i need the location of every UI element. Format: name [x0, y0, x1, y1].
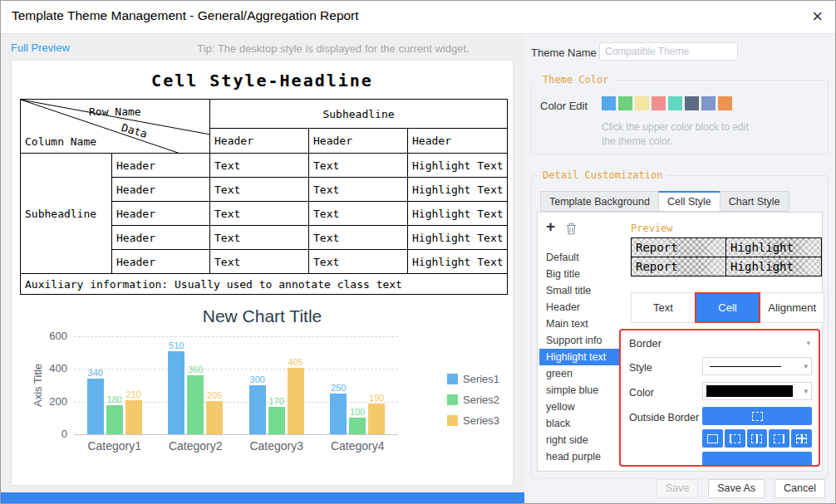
style-preview-cell: Report [632, 238, 726, 257]
preview-table-cell: Header [112, 154, 210, 178]
bar-value-label: 510 [169, 340, 184, 350]
theme-color-swatch-3[interactable] [635, 96, 649, 110]
cell-mode-button[interactable]: Cell [695, 292, 761, 323]
border-preset-middle-button[interactable] [747, 429, 768, 448]
x-category-label: Category3 [236, 439, 317, 453]
legend-swatch [447, 415, 458, 426]
theme-color-swatch-4[interactable] [652, 96, 666, 110]
style-preview-cell: Highlight [726, 238, 822, 257]
close-icon[interactable]: × [812, 5, 823, 28]
save-as-button[interactable]: Save As [708, 479, 765, 498]
widget-bottom-bar [1, 492, 524, 503]
delete-style-icon[interactable] [566, 223, 577, 238]
save-button[interactable]: Save [657, 479, 699, 498]
tab-template-background[interactable]: Template Background [540, 191, 658, 212]
theme-color-swatch-7[interactable] [701, 96, 716, 110]
color-edit-label: Color Edit [540, 100, 588, 112]
border-preset-left-button[interactable] [725, 429, 745, 448]
legend-item: Series2 [447, 394, 499, 406]
border-preset-outer-button[interactable] [702, 429, 723, 448]
border-style-select[interactable]: ▾ [702, 357, 812, 375]
x-category-label: Category4 [317, 439, 399, 453]
y-tick-label: 600 [36, 330, 67, 342]
gridline [74, 434, 398, 435]
legend-label: Series1 [463, 373, 499, 385]
bar-group: 250100190 [317, 383, 399, 434]
bar-value-label: 405 [288, 357, 303, 367]
bar-value-label: 190 [369, 393, 384, 403]
bar-value-label: 360 [188, 365, 203, 374]
theme-name-label: Theme Name [531, 46, 597, 59]
style-list-item-default[interactable]: Default [539, 249, 624, 266]
border-preset-row [702, 429, 812, 448]
add-style-icon[interactable]: + [546, 219, 555, 234]
bar-value-label: 210 [126, 389, 141, 399]
style-list-item-header[interactable]: Header [539, 299, 624, 316]
border-middle-icon [751, 434, 762, 443]
style-list-item-big-title[interactable]: Big title [539, 266, 624, 282]
border-color-select[interactable]: ▾ [702, 382, 812, 400]
preview-label: Preview [631, 223, 673, 234]
style-list-item-main-text[interactable]: Main text [539, 316, 624, 332]
preview-table-cell: Highlight Text [408, 250, 508, 274]
tab-bar: Template BackgroundCell StyleChart Style [540, 191, 789, 212]
style-preview-cell: Highlight [726, 257, 822, 276]
tab-cell-style[interactable]: Cell Style [658, 191, 720, 212]
legend-item: Series1 [447, 373, 499, 385]
bar-group: 510360205 [155, 340, 237, 434]
border-preset-partial-button[interactable] [702, 452, 812, 467]
preview-table-cell: Text [210, 226, 309, 250]
full-preview-link[interactable]: Full Preview [11, 42, 70, 54]
style-list-item-right-side[interactable]: right side [539, 432, 624, 448]
border-preset-inner-button[interactable] [791, 429, 812, 448]
style-list-item-highlight-text[interactable]: Highlight text [539, 349, 624, 365]
style-list-item-black[interactable]: black [539, 415, 624, 432]
header-cell: Header [210, 129, 309, 154]
preview-table: Row Name Column Name Data Subheadline He… [20, 99, 508, 295]
bar [168, 351, 184, 434]
border-preset-right-button[interactable] [769, 429, 789, 448]
border-inner-icon [796, 434, 807, 443]
preview-table-cell: Highlight Text [408, 178, 508, 202]
theme-color-swatch-8[interactable] [718, 96, 732, 110]
theme-color-swatch-5[interactable] [668, 96, 682, 110]
theme-color-hint: Click the upper color block to edit the … [602, 120, 749, 149]
style-list-item-support-info[interactable]: Support info [539, 332, 624, 349]
bar [87, 379, 104, 434]
y-tick-label: 200 [36, 395, 67, 408]
alignment-mode-button[interactable]: Alignment [760, 292, 824, 323]
chart-legend: Series1Series2Series3 [447, 373, 499, 435]
preview-table-cell: Text [309, 250, 408, 274]
bar [288, 368, 304, 434]
style-list-item-small-title[interactable]: Small title [539, 282, 624, 299]
preview-table-cell: Text [309, 154, 408, 178]
border-preset-main-button[interactable] [702, 407, 812, 425]
preview-table-cell: Text [309, 202, 408, 226]
y-tick-label: 400 [36, 362, 67, 374]
tab-chart-style[interactable]: Chart Style [720, 191, 789, 212]
bar [368, 404, 385, 434]
bar [330, 394, 347, 434]
chart-title: New Chart Title [12, 306, 513, 326]
style-list-item-green[interactable]: green [539, 365, 624, 382]
collapse-icon[interactable]: ▾ [806, 339, 810, 347]
style-list-item-head-purple[interactable]: head purple [539, 448, 624, 465]
bar-value-label: 250 [331, 383, 346, 393]
cancel-button[interactable]: Cancel [775, 479, 825, 498]
border-left-icon [730, 434, 740, 443]
preview-table-cell: Highlight Text [408, 226, 508, 250]
border-box-icon [752, 412, 763, 421]
theme-color-swatch-2[interactable] [618, 96, 632, 110]
theme-name-input[interactable] [599, 42, 738, 61]
border-panel-title: Border [629, 337, 661, 350]
theme-color-swatch-1[interactable] [602, 96, 616, 110]
text-mode-button[interactable]: Text [631, 292, 696, 323]
footnote-cell: Auxiliary information: Usually used to a… [21, 274, 508, 295]
border-panel: Border ▾ Style ▾ Color ▾ Outside Border [619, 329, 820, 467]
theme-color-swatch-6[interactable] [685, 96, 699, 110]
preview-table-cell: Header [112, 250, 210, 274]
style-list-item-yellow[interactable]: yellow [539, 399, 624, 415]
style-list-item-simple-blue[interactable]: simple blue [539, 382, 624, 399]
preview-table-cell: Text [210, 202, 309, 226]
bar [206, 401, 223, 434]
